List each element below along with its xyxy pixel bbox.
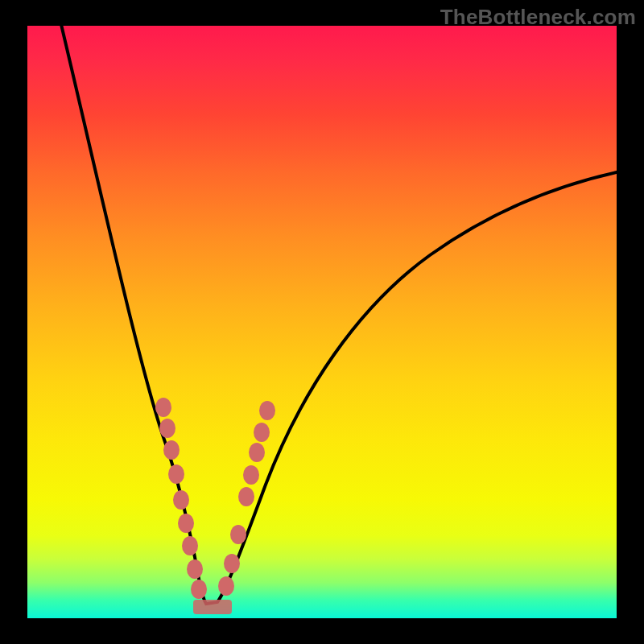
marker-dot <box>249 443 265 462</box>
marker-dot <box>259 401 275 420</box>
marker-dot <box>155 398 171 417</box>
marker-dot <box>173 490 189 510</box>
marker-dot <box>168 464 184 484</box>
bottom-bar <box>193 600 232 614</box>
marker-dot <box>163 440 180 460</box>
watermark-text: TheBottleneck.com <box>440 5 636 30</box>
marker-dot <box>238 487 254 506</box>
marker-dot <box>243 465 259 485</box>
marker-dot <box>187 559 203 579</box>
marker-dot <box>178 514 194 533</box>
marker-dot <box>159 419 175 438</box>
marker-dot <box>254 423 270 442</box>
marker-dot <box>218 576 234 596</box>
marker-dot <box>191 580 207 599</box>
plot-area <box>27 26 617 618</box>
markers-layer <box>27 26 617 618</box>
marker-dot <box>230 525 246 544</box>
marker-dot <box>182 536 198 555</box>
marker-dot <box>224 554 240 573</box>
